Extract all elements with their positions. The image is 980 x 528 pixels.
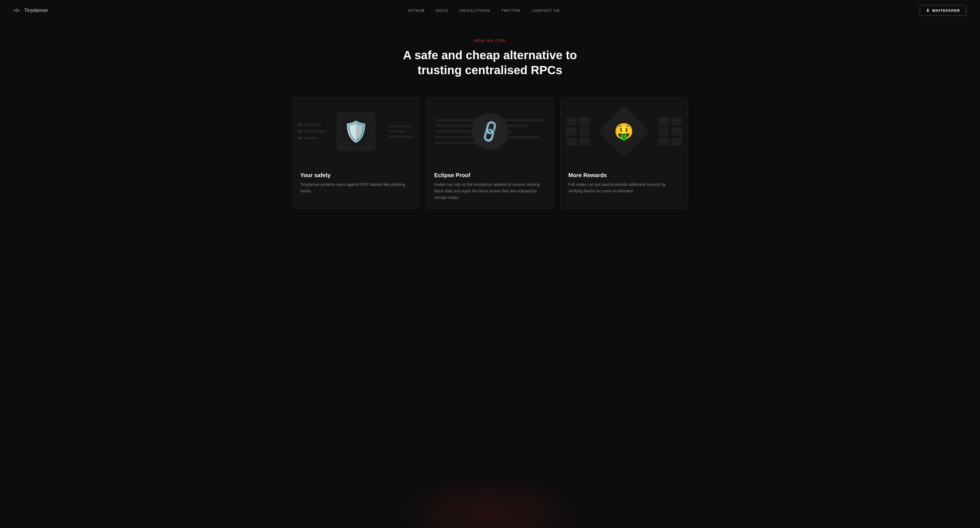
link-emoji: 🔗 <box>477 118 503 144</box>
card-rewards-content: More Rewards Full nodes can get paid to … <box>560 165 687 202</box>
card-safety-desc: Tinydancer protects users against RPC at… <box>300 181 412 194</box>
nav-link-twitter[interactable]: TWITTER <box>501 8 521 13</box>
card-eclipse-visual: 🔗 <box>426 97 554 165</box>
hero-section: What We Offer A safe and cheap alternati… <box>0 21 980 86</box>
logo-name: Tinydancer <box>24 8 48 13</box>
svg-point-0 <box>14 10 16 11</box>
card-eclipse-title: Eclipse Proof <box>434 172 546 179</box>
logo-area: Tinydancer <box>14 8 48 13</box>
card-safety-title: Your safety <box>300 172 412 179</box>
card-eclipse-content: Eclipse Proof Nodes can rely on the tiny… <box>426 165 554 209</box>
card-eclipse: 🔗 Eclipse Proof Nodes can rely on the ti… <box>426 97 554 209</box>
card-safety: 🛡️ Your safety Tinydancer protects users… <box>292 97 420 209</box>
nav-link-contact[interactable]: CONTACT US <box>532 8 560 13</box>
nav-links: GITHUB DOCS GRIZZLYTHON TWITTER CONTACT … <box>408 8 560 13</box>
svg-point-3 <box>18 10 19 11</box>
diamond-icon-container: 🤑 <box>598 105 650 157</box>
card-rewards-visual: 🤑 <box>560 97 687 165</box>
card-rewards: 🤑 More Rewards Full nodes can get paid t… <box>560 97 688 209</box>
nav-link-docs[interactable]: DOCS <box>436 8 448 13</box>
section-label: What We Offer <box>474 38 506 43</box>
download-icon: ⬇ <box>926 8 930 13</box>
card-rewards-desc: Full nodes can get paid to provide addit… <box>568 181 680 194</box>
link-icon-container: 🔗 <box>472 113 508 150</box>
cards-section: 🛡️ Your safety Tinydancer protects users… <box>278 86 702 226</box>
nav-link-grizzlython[interactable]: GRIZZLYTHON <box>460 8 490 13</box>
card-rewards-title: More Rewards <box>568 172 680 179</box>
whitepaper-button[interactable]: ⬇ WHITEPAPER <box>920 5 966 16</box>
navbar: Tinydancer GITHUB DOCS GRIZZLYTHON TWITT… <box>0 0 980 21</box>
card-safety-visual: 🛡️ <box>293 97 420 165</box>
shield-icon-container: 🛡️ <box>336 112 376 151</box>
shield-emoji: 🛡️ <box>344 120 369 144</box>
svg-point-2 <box>16 11 17 12</box>
money-emoji: 🤑 <box>614 122 634 141</box>
whitepaper-label: WHITEPAPER <box>932 8 960 13</box>
logo-icon <box>14 8 21 13</box>
card-bg-decoration <box>298 123 326 140</box>
card-rewards-bg-left <box>566 117 590 145</box>
background-glow <box>391 472 589 528</box>
card-safety-content: Your safety Tinydancer protects users ag… <box>293 165 420 202</box>
card-eclipse-desc: Nodes can rely on the tinydancer network… <box>434 181 546 201</box>
card-rewards-bg-right <box>658 117 682 145</box>
svg-point-1 <box>16 9 17 10</box>
hero-title: A safe and cheap alternative to trusting… <box>403 48 577 78</box>
nav-link-github[interactable]: GITHUB <box>408 8 425 13</box>
